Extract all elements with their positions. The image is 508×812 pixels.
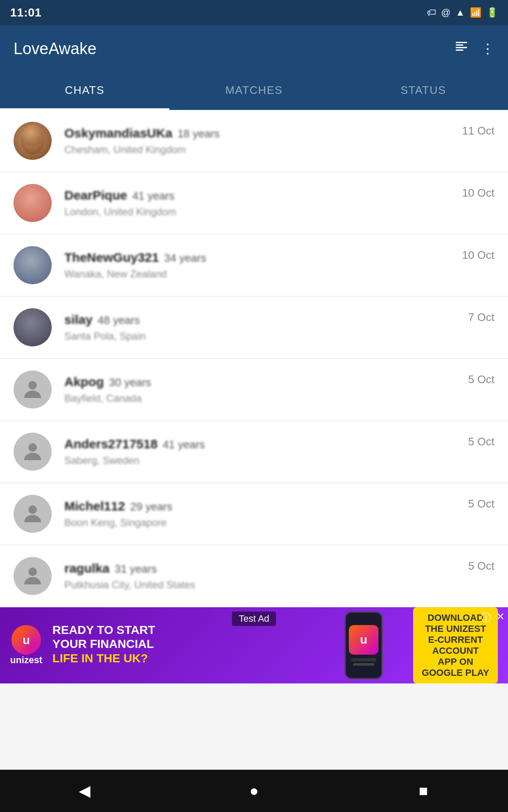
ad-phone-mockup: u: [340, 609, 400, 681]
nav-recent-button[interactable]: ■: [411, 778, 436, 804]
chat-item-8[interactable]: ragulka 31 years Putkhusia City, United …: [0, 545, 508, 607]
ad-logo-area: u unizest: [10, 625, 42, 666]
chat-item-2[interactable]: DearPique 41 years London, United Kingdo…: [0, 172, 508, 234]
chat-age-4: 48 years: [98, 314, 140, 327]
svg-point-6: [28, 505, 37, 514]
avatar-3: [14, 246, 52, 284]
nav-back-button[interactable]: ◀: [72, 778, 97, 804]
avatar-1: [14, 122, 52, 160]
chat-age-2: 41 years: [132, 189, 174, 203]
chat-info-5: Akpog 30 years Bayfield, Canada: [64, 375, 460, 404]
chat-info-4: silay 48 years Santa Pola, Spain: [64, 313, 460, 342]
status-time: 11:01: [10, 6, 41, 19]
chat-date-5: 5 Oct: [468, 370, 494, 386]
svg-rect-1: [456, 44, 464, 46]
chat-location-4: Santa Pola, Spain: [64, 330, 460, 342]
chat-item-5[interactable]: Akpog 30 years Bayfield, Canada 5 Oct: [0, 359, 508, 421]
chat-name-3: TheNewGuy321: [64, 250, 159, 265]
chat-item-6[interactable]: Anders2717518 41 years Saberg, Sweden 5 …: [0, 421, 508, 483]
svg-point-5: [28, 443, 37, 452]
more-icon[interactable]: ⋮: [481, 41, 494, 57]
battery-icon: 🔋: [486, 7, 498, 18]
ad-text-area: READY TO STARTYOUR FINANCIALLIFE IN THE …: [52, 623, 334, 668]
avatar-6: [14, 433, 52, 471]
tab-status[interactable]: STATUS: [339, 72, 508, 110]
chat-date-6: 5 Oct: [468, 433, 494, 448]
chat-info-3: TheNewGuy321 34 years Wanaka, New Zealan…: [64, 250, 453, 280]
status-bar: 11:01 🏷 @ ▲ 📶 🔋: [0, 0, 508, 25]
avatar-7: [14, 495, 52, 533]
chat-age-3: 34 years: [164, 252, 206, 265]
nav-bar: ◀ ● ■: [0, 770, 508, 812]
signal-icon: 📶: [470, 7, 481, 18]
app-title: LoveAwake: [14, 40, 97, 58]
avatar-5: [14, 370, 52, 409]
nav-home-button[interactable]: ●: [241, 778, 267, 804]
tabs: CHATS MATCHES STATUS: [0, 72, 508, 110]
svg-rect-3: [456, 49, 464, 51]
svg-point-4: [28, 381, 37, 390]
chat-location-2: London, United Kingdom: [64, 206, 453, 218]
svg-rect-0: [456, 42, 467, 43]
ad-info-icon[interactable]: ⓘ: [481, 611, 491, 624]
chat-item-4[interactable]: silay 48 years Santa Pola, Spain 7 Oct: [0, 296, 508, 359]
chat-date-8: 5 Oct: [468, 557, 494, 573]
app-header: LoveAwake ⋮: [0, 25, 508, 72]
at-icon: @: [441, 7, 450, 18]
chat-item-1[interactable]: OskymandiasUKa 18 years Chesham, United …: [0, 110, 508, 172]
chat-info-1: OskymandiasUKa 18 years Chesham, United …: [64, 126, 453, 156]
chat-location-7: Boon Keng, Singapore: [64, 517, 460, 529]
chat-age-5: 30 years: [109, 376, 151, 389]
chat-date-7: 5 Oct: [468, 495, 494, 510]
svg-point-7: [28, 568, 37, 576]
chat-name-6: Anders2717518: [64, 437, 157, 451]
unizest-logo: u: [11, 625, 41, 655]
chat-location-6: Saberg, Sweden: [64, 455, 460, 466]
chat-name-4: silay: [64, 313, 93, 327]
avatar-2: [14, 184, 52, 222]
chat-info-6: Anders2717518 41 years Saberg, Sweden: [64, 437, 460, 466]
chat-name-5: Akpog: [64, 375, 104, 389]
chat-date-1: 11 Oct: [462, 122, 494, 137]
chat-info-2: DearPique 41 years London, United Kingdo…: [64, 188, 453, 218]
wifi-icon: ▲: [456, 7, 465, 18]
chat-location-1: Chesham, United Kingdom: [64, 144, 453, 156]
chat-location-5: Bayfield, Canada: [64, 392, 460, 404]
chat-item-7[interactable]: Michel112 29 years Boon Keng, Singapore …: [0, 483, 508, 545]
tab-chats[interactable]: CHATS: [0, 72, 169, 110]
chat-name-7: Michel112: [64, 499, 125, 513]
chat-age-6: 41 years: [163, 438, 205, 451]
chat-date-4: 7 Oct: [468, 308, 494, 324]
status-icons: 🏷 @ ▲ 📶 🔋: [427, 7, 498, 18]
chat-name-2: DearPique: [64, 188, 127, 203]
ad-logo-text: unizest: [10, 655, 42, 666]
svg-text:u: u: [22, 634, 30, 647]
chat-age-7: 29 years: [130, 500, 172, 513]
chat-age-8: 31 years: [115, 562, 157, 576]
svg-rect-2: [456, 47, 467, 48]
ad-label: Test Ad: [232, 612, 276, 626]
ad-close-button[interactable]: ✕: [496, 611, 505, 623]
chat-info-7: Michel112 29 years Boon Keng, Singapore: [64, 499, 460, 529]
avatar-4: [14, 308, 52, 346]
header-icons: ⋮: [454, 39, 494, 58]
sim-icon: 🏷: [427, 7, 436, 18]
chat-location-3: Wanaka, New Zealand: [64, 268, 453, 280]
chat-location-8: Putkhusia City, United States: [64, 579, 460, 591]
chat-name-8: ragulka: [64, 561, 110, 576]
avatar-8: [14, 557, 52, 595]
chat-list: OskymandiasUKa 18 years Chesham, United …: [0, 110, 508, 607]
chat-name-1: OskymandiasUKa: [64, 126, 172, 140]
ad-headline: READY TO STARTYOUR FINANCIALLIFE IN THE …: [52, 623, 334, 666]
chat-date-2: 10 Oct: [462, 184, 494, 200]
ad-banner[interactable]: Test Ad ⓘ ✕ u unizest READY TO STARTYOUR…: [0, 607, 508, 683]
tab-matches[interactable]: MATCHES: [169, 72, 339, 110]
list-icon[interactable]: [454, 39, 469, 58]
chat-age-1: 18 years: [177, 127, 220, 140]
chat-item-3[interactable]: TheNewGuy321 34 years Wanaka, New Zealan…: [0, 234, 508, 296]
chat-date-3: 10 Oct: [462, 246, 494, 262]
chat-info-8: ragulka 31 years Putkhusia City, United …: [64, 561, 460, 591]
